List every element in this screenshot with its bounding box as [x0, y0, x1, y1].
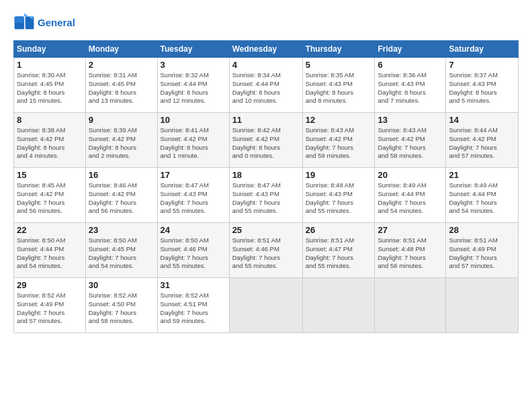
calendar-cell: 2Sunrise: 8:31 AMSunset: 4:45 PMDaylight… [85, 58, 157, 113]
calendar-cell: 6Sunrise: 8:36 AMSunset: 4:43 PMDaylight… [375, 58, 446, 113]
calendar-cell: 27Sunrise: 8:51 AMSunset: 4:48 PMDayligh… [375, 223, 446, 278]
calendar-page: General SundayMondayTuesdayWednesdayThur… [0, 0, 532, 411]
calendar-cell: 13Sunrise: 8:43 AMSunset: 4:42 PMDayligh… [375, 113, 446, 168]
logo-text-general: General [38, 17, 75, 29]
day-info: Sunrise: 8:32 AMSunset: 4:44 PMDaylight:… [161, 71, 226, 105]
calendar-cell: 25Sunrise: 8:51 AMSunset: 4:46 PMDayligh… [229, 223, 302, 278]
day-info: Sunrise: 8:50 AMSunset: 4:44 PMDaylight:… [17, 236, 83, 271]
svg-rect-3 [15, 16, 24, 23]
day-info: Sunrise: 8:52 AMSunset: 4:50 PMDaylight:… [89, 291, 154, 326]
day-number: 11 [232, 115, 300, 125]
day-number: 19 [306, 170, 372, 180]
weekday-header-friday: Friday [375, 41, 446, 58]
weekday-header-wednesday: Wednesday [229, 41, 302, 58]
weekday-header-monday: Monday [85, 41, 157, 58]
calendar-cell [375, 278, 446, 333]
day-number: 1 [17, 60, 83, 70]
day-info: Sunrise: 8:43 AMSunset: 4:42 PMDaylight:… [378, 126, 443, 161]
day-info: Sunrise: 8:44 AMSunset: 4:42 PMDaylight:… [449, 126, 515, 161]
day-number: 8 [17, 115, 83, 125]
day-number: 29 [17, 280, 83, 290]
calendar-cell: 3Sunrise: 8:32 AMSunset: 4:44 PMDaylight… [157, 58, 229, 113]
logo-icon [13, 12, 35, 34]
week-row-5: 29Sunrise: 8:52 AMSunset: 4:49 PMDayligh… [14, 278, 519, 333]
day-info: Sunrise: 8:50 AMSunset: 4:45 PMDaylight:… [89, 236, 154, 271]
day-number: 31 [161, 280, 226, 290]
weekday-header-saturday: Saturday [446, 41, 519, 58]
calendar-cell [229, 278, 302, 333]
day-number: 28 [449, 225, 515, 235]
day-info: Sunrise: 8:43 AMSunset: 4:42 PMDaylight:… [306, 126, 372, 161]
day-number: 24 [161, 225, 226, 235]
calendar-cell: 14Sunrise: 8:44 AMSunset: 4:42 PMDayligh… [446, 113, 519, 168]
day-number: 5 [306, 60, 372, 70]
calendar-cell: 16Sunrise: 8:46 AMSunset: 4:42 PMDayligh… [85, 168, 157, 223]
day-info: Sunrise: 8:51 AMSunset: 4:48 PMDaylight:… [378, 236, 443, 271]
calendar-cell: 18Sunrise: 8:47 AMSunset: 4:43 PMDayligh… [229, 168, 302, 223]
calendar-cell: 20Sunrise: 8:49 AMSunset: 4:44 PMDayligh… [375, 168, 446, 223]
header-row: SundayMondayTuesdayWednesdayThursdayFrid… [14, 41, 519, 58]
calendar-cell: 11Sunrise: 8:42 AMSunset: 4:42 PMDayligh… [229, 113, 302, 168]
day-number: 4 [232, 60, 300, 70]
day-number: 20 [378, 170, 443, 180]
day-info: Sunrise: 8:36 AMSunset: 4:43 PMDaylight:… [378, 71, 443, 105]
weekday-header-tuesday: Tuesday [157, 41, 229, 58]
day-info: Sunrise: 8:47 AMSunset: 4:43 PMDaylight:… [161, 181, 226, 216]
day-number: 9 [89, 115, 154, 125]
day-info: Sunrise: 8:39 AMSunset: 4:42 PMDaylight:… [89, 126, 154, 161]
day-info: Sunrise: 8:31 AMSunset: 4:45 PMDaylight:… [89, 71, 154, 105]
day-info: Sunrise: 8:51 AMSunset: 4:47 PMDaylight:… [306, 236, 372, 271]
day-number: 14 [449, 115, 515, 125]
day-number: 23 [89, 225, 154, 235]
header: General [13, 12, 519, 34]
day-number: 21 [449, 170, 515, 180]
day-number: 26 [306, 225, 372, 235]
calendar-cell: 26Sunrise: 8:51 AMSunset: 4:47 PMDayligh… [302, 223, 375, 278]
day-number: 17 [161, 170, 226, 180]
day-number: 6 [378, 60, 443, 70]
day-info: Sunrise: 8:34 AMSunset: 4:44 PMDaylight:… [232, 71, 300, 105]
calendar-cell: 7Sunrise: 8:37 AMSunset: 4:43 PMDaylight… [446, 58, 519, 113]
calendar-cell: 23Sunrise: 8:50 AMSunset: 4:45 PMDayligh… [85, 223, 157, 278]
calendar-header: SundayMondayTuesdayWednesdayThursdayFrid… [14, 41, 519, 58]
logo: General [13, 12, 75, 34]
day-number: 3 [161, 60, 226, 70]
weekday-header-thursday: Thursday [302, 41, 375, 58]
calendar-cell: 22Sunrise: 8:50 AMSunset: 4:44 PMDayligh… [14, 223, 86, 278]
calendar-cell [446, 278, 519, 333]
calendar-cell: 1Sunrise: 8:30 AMSunset: 4:45 PMDaylight… [14, 58, 86, 113]
day-info: Sunrise: 8:42 AMSunset: 4:42 PMDaylight:… [232, 126, 300, 161]
calendar-cell: 17Sunrise: 8:47 AMSunset: 4:43 PMDayligh… [157, 168, 229, 223]
weekday-header-sunday: Sunday [14, 41, 86, 58]
day-number: 10 [161, 115, 226, 125]
calendar-cell: 29Sunrise: 8:52 AMSunset: 4:49 PMDayligh… [14, 278, 86, 333]
calendar-cell: 15Sunrise: 8:45 AMSunset: 4:42 PMDayligh… [14, 168, 86, 223]
day-info: Sunrise: 8:48 AMSunset: 4:43 PMDaylight:… [306, 181, 372, 216]
day-number: 13 [378, 115, 443, 125]
day-info: Sunrise: 8:47 AMSunset: 4:43 PMDaylight:… [232, 181, 300, 216]
day-info: Sunrise: 8:51 AMSunset: 4:49 PMDaylight:… [449, 236, 515, 271]
calendar-cell: 12Sunrise: 8:43 AMSunset: 4:42 PMDayligh… [302, 113, 375, 168]
day-info: Sunrise: 8:49 AMSunset: 4:44 PMDaylight:… [378, 181, 443, 216]
calendar-cell: 30Sunrise: 8:52 AMSunset: 4:50 PMDayligh… [85, 278, 157, 333]
day-info: Sunrise: 8:45 AMSunset: 4:42 PMDaylight:… [17, 181, 83, 216]
week-row-4: 22Sunrise: 8:50 AMSunset: 4:44 PMDayligh… [14, 223, 519, 278]
calendar-table: SundayMondayTuesdayWednesdayThursdayFrid… [13, 40, 519, 333]
day-info: Sunrise: 8:52 AMSunset: 4:51 PMDaylight:… [161, 291, 226, 326]
calendar-cell: 10Sunrise: 8:41 AMSunset: 4:42 PMDayligh… [157, 113, 229, 168]
day-number: 12 [306, 115, 372, 125]
day-number: 22 [17, 225, 83, 235]
day-number: 7 [449, 60, 515, 70]
day-info: Sunrise: 8:51 AMSunset: 4:46 PMDaylight:… [232, 236, 300, 271]
day-info: Sunrise: 8:37 AMSunset: 4:43 PMDaylight:… [449, 71, 515, 105]
calendar-cell: 8Sunrise: 8:38 AMSunset: 4:42 PMDaylight… [14, 113, 86, 168]
day-number: 27 [378, 225, 443, 235]
calendar-body: 1Sunrise: 8:30 AMSunset: 4:45 PMDaylight… [14, 58, 519, 333]
calendar-cell: 21Sunrise: 8:49 AMSunset: 4:44 PMDayligh… [446, 168, 519, 223]
day-number: 25 [232, 225, 300, 235]
day-info: Sunrise: 8:38 AMSunset: 4:42 PMDaylight:… [17, 126, 83, 161]
day-info: Sunrise: 8:41 AMSunset: 4:42 PMDaylight:… [161, 126, 226, 161]
day-info: Sunrise: 8:30 AMSunset: 4:45 PMDaylight:… [17, 71, 83, 105]
day-number: 16 [89, 170, 154, 180]
day-info: Sunrise: 8:50 AMSunset: 4:46 PMDaylight:… [161, 236, 226, 271]
